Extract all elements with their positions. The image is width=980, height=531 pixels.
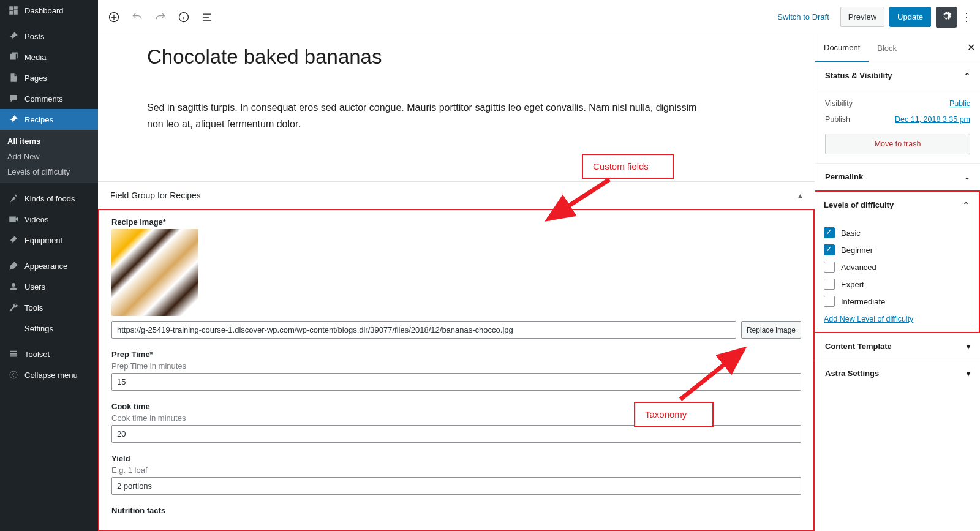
editor-canvas: Chocolate baked bananas Sed in sagittis … (98, 34, 815, 531)
section-status-visibility[interactable]: Status & Visibility⌃ (815, 62, 980, 89)
sidebar-item-label: Toolset (24, 350, 50, 359)
add-block-button[interactable] (104, 7, 124, 27)
undo-button[interactable] (127, 7, 147, 27)
pin-icon (7, 113, 20, 126)
checkbox-intermediate[interactable] (824, 296, 835, 307)
chevron-up-icon: ⌃ (963, 201, 969, 209)
svg-point-0 (10, 371, 17, 378)
sidebar-item-kinds[interactable]: Kinds of foods (0, 188, 98, 209)
sidebar-item-label: Dashboard (24, 6, 64, 15)
yield-label: Yield (111, 454, 801, 463)
sidebar-item-comments[interactable]: Comments (0, 88, 98, 109)
recipe-image-url-input[interactable] (111, 321, 736, 339)
sidebar-item-label: Collapse menu (24, 371, 78, 380)
sidebar-item-label: Kinds of foods (24, 194, 75, 203)
checkbox-label: Expert (841, 280, 864, 289)
sidebar-item-label: Tools (24, 303, 43, 312)
update-button[interactable]: Update (889, 7, 931, 27)
sidebar-item-recipes[interactable]: Recipes (0, 109, 98, 130)
visibility-label: Visibility (825, 99, 853, 108)
settings-button[interactable] (936, 7, 957, 28)
comment-icon (7, 92, 20, 105)
sidebar-item-label: Videos (24, 215, 49, 224)
sidebar-item-label: Users (24, 282, 45, 292)
brush-icon (7, 260, 20, 272)
tab-block[interactable]: Block (869, 35, 905, 61)
sliders-icon (7, 322, 20, 334)
replace-image-button[interactable]: Replace image (741, 321, 801, 339)
chevron-up-icon: ▴ (798, 190, 802, 200)
sidebar-item-tools[interactable]: Tools (0, 297, 98, 318)
sidebar-item-toolset[interactable]: Toolset (0, 344, 98, 364)
sidebar-item-media[interactable]: Media (0, 47, 98, 67)
page-icon (7, 72, 20, 84)
publish-value[interactable]: Dec 11, 2018 3:35 pm (895, 115, 970, 124)
sidebar-item-label: Recipes (24, 115, 53, 124)
post-content[interactable]: Sed in sagittis turpis. In consequat ero… (147, 99, 710, 132)
annotation-taxonomy: Taxonomy (634, 402, 714, 427)
sidebar-item-label: Comments (24, 94, 63, 104)
checkbox-label: Beginner (841, 246, 873, 255)
sidebar-item-settings[interactable]: Settings (0, 318, 98, 339)
post-title[interactable]: Chocolate baked bananas (147, 45, 784, 69)
collapse-icon (7, 369, 20, 381)
sidebar-sub-all-items[interactable]: All items (0, 134, 98, 149)
chevron-up-icon: ⌃ (964, 72, 970, 80)
switch-draft-link[interactable]: Switch to Draft (777, 12, 829, 21)
prep-time-hint: Prep Time in minutes (111, 361, 801, 371)
sidebar-item-collapse[interactable]: Collapse menu (0, 364, 98, 385)
publish-label: Publish (825, 115, 850, 124)
section-content-template[interactable]: Content Template▾ (815, 333, 980, 360)
editor-topbar: Switch to Draft Preview Update ⋮ (98, 0, 980, 34)
sidebar-item-dashboard[interactable]: Dashboard (0, 0, 98, 21)
chevron-down-icon: ▾ (967, 342, 970, 351)
info-button[interactable] (174, 7, 194, 27)
sidebar-item-label: Appearance (24, 262, 67, 271)
checkbox-basic[interactable] (824, 227, 835, 238)
wrench-icon (7, 301, 20, 314)
carrot-icon (7, 192, 20, 205)
sidebar-item-appearance[interactable]: Appearance (0, 255, 98, 276)
visibility-value[interactable]: Public (949, 99, 970, 108)
chevron-down-icon: ⌄ (964, 173, 970, 181)
sidebar-item-posts[interactable]: Posts (0, 26, 98, 47)
tab-document[interactable]: Document (815, 34, 869, 62)
field-group-body: Recipe image* Replace image Prep Time* P… (98, 209, 815, 531)
user-icon (7, 281, 20, 293)
recipe-image-preview[interactable] (111, 229, 198, 316)
section-astra-settings[interactable]: Astra Settings▾ (815, 360, 980, 386)
checkbox-advanced[interactable] (824, 262, 835, 273)
checkbox-label: Basic (841, 228, 861, 238)
sidebar-item-videos[interactable]: Videos (0, 209, 98, 230)
cook-time-input[interactable] (111, 425, 801, 443)
sidebar-sub-levels[interactable]: Levels of difficulty (0, 164, 98, 179)
sidebar-item-label: Pages (24, 73, 47, 83)
checkbox-label: Advanced (841, 263, 876, 272)
chevron-down-icon: ▾ (967, 369, 970, 378)
recipe-image-label: Recipe image* (111, 217, 801, 227)
section-levels-difficulty[interactable]: Levels of difficulty⌃ (815, 192, 979, 218)
sidebar-item-label: Media (24, 53, 46, 62)
sidebar-item-label: Equipment (24, 236, 62, 245)
pin-icon (7, 30, 20, 42)
checkbox-beginner[interactable] (824, 244, 835, 255)
preview-button[interactable]: Preview (840, 7, 884, 27)
yield-input[interactable] (111, 477, 801, 495)
add-new-level-link[interactable]: Add New Level of difficulty (824, 315, 913, 323)
sidebar-sub-add-new[interactable]: Add New (0, 149, 98, 164)
sidebar-item-label: Settings (24, 324, 53, 333)
section-permalink[interactable]: Permalink⌄ (815, 164, 980, 190)
sidebar-item-equipment[interactable]: Equipment (0, 230, 98, 250)
sidebar-submenu: All items Add New Levels of difficulty (0, 130, 98, 183)
checkbox-expert[interactable] (824, 279, 835, 290)
prep-time-input[interactable] (111, 373, 801, 391)
checkbox-label: Intermediate (841, 297, 885, 306)
field-group-header[interactable]: Field Group for Recipes ▴ (98, 182, 815, 209)
outline-button[interactable] (197, 7, 217, 27)
sidebar-item-users[interactable]: Users (0, 276, 98, 297)
redo-button[interactable] (151, 7, 170, 27)
close-panel-button[interactable]: ✕ (967, 42, 975, 53)
more-menu-button[interactable]: ⋮ (959, 10, 974, 24)
sidebar-item-pages[interactable]: Pages (0, 67, 98, 88)
move-to-trash-button[interactable]: Move to trash (825, 134, 970, 154)
